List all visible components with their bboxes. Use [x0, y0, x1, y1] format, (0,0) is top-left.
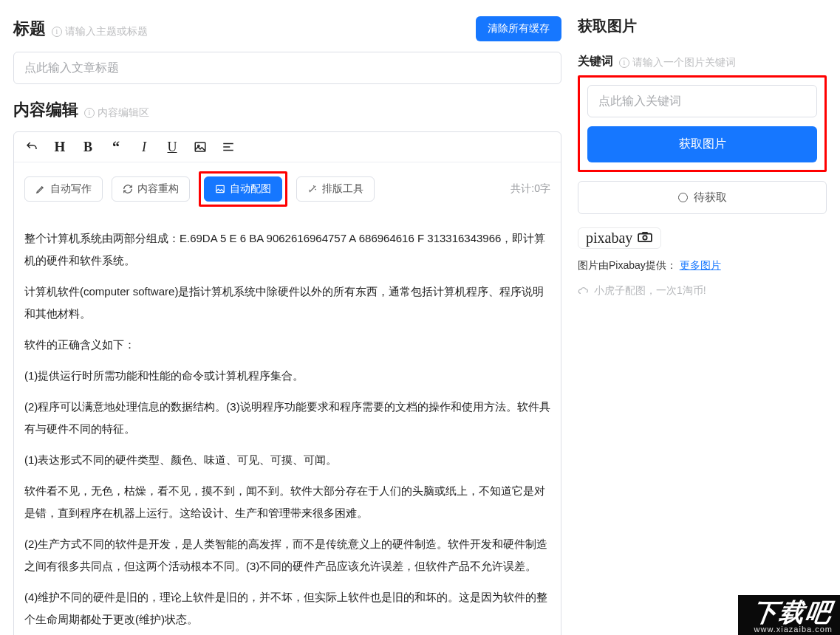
underline-icon[interactable]: U — [165, 140, 180, 154]
keyword-label-row: 关键词 i 请输入一个图片关键词 — [578, 54, 827, 69]
pending-button[interactable]: 待获取 — [578, 181, 827, 214]
sidebar-footer-hint: 小虎子配图，一次1淘币! — [578, 284, 827, 298]
editor-container: H B “ I U 自动写作 — [13, 131, 561, 635]
editor-section-header: 内容编辑 i 内容编辑区 — [13, 99, 561, 121]
image-credit: 图片由Pixabay提供： 更多图片 — [578, 259, 827, 272]
content-paragraph: (1)表达形式不同的硬件类型、颜色、味道、可见、可摸、可闻。 — [24, 449, 550, 471]
svg-point-7 — [643, 236, 647, 239]
content-restructure-button[interactable]: 内容重构 — [112, 176, 190, 202]
keyword-label: 关键词 — [578, 54, 613, 69]
keyword-highlight-frame: 获取图片 — [578, 75, 827, 172]
title-section-header: 标题 i 请输入主题或标题 清除所有缓存 — [13, 16, 561, 41]
auto-image-button[interactable]: 自动配图 — [204, 176, 282, 202]
svg-rect-6 — [638, 234, 652, 242]
format-toolbar: H B “ I U — [14, 132, 561, 162]
content-paragraph: 软件的正确含义如下： — [24, 334, 550, 356]
editor-hint: i 内容编辑区 — [84, 106, 149, 120]
content-paragraph: (2)生产方式不同的软件是开发，是人类智能的高发挥，而不是传统意义上的硬件制造。… — [24, 533, 550, 577]
image-icon[interactable] — [193, 140, 208, 154]
keyword-input[interactable] — [587, 85, 817, 117]
italic-icon[interactable]: I — [137, 140, 151, 154]
title-hint: i 请输入主题或标题 — [52, 25, 148, 38]
pixabay-badge: pixabay — [578, 227, 661, 249]
editor-content[interactable]: 整个计算机系统由两部分组成：E.69DA 5 E 6 BA 9062616964… — [14, 216, 561, 635]
info-icon: i — [84, 108, 95, 118]
content-paragraph: (1)提供运行时所需功能和性能的命令或计算机程序集合。 — [24, 365, 550, 387]
auto-image-highlight: 自动配图 — [199, 171, 287, 207]
content-paragraph: (4)维护不同的硬件是旧的，理论上软件是旧的，并不坏，但实际上软件也是旧的和坏的… — [24, 586, 550, 631]
circle-icon — [678, 193, 688, 202]
info-icon: i — [52, 27, 62, 37]
content-paragraph: 计算机软件(computer software)是指计算机系统中除硬件以外的所有… — [24, 281, 550, 325]
undo-icon[interactable] — [24, 140, 39, 154]
sidebar-heading: 获取图片 — [578, 16, 827, 36]
content-paragraph: 整个计算机系统由两部分组成：E.69DA 5 E 6 BA 9062616964… — [24, 227, 550, 272]
align-left-icon[interactable] — [221, 140, 236, 154]
more-images-link[interactable]: 更多图片 — [680, 259, 721, 271]
camera-icon — [637, 230, 653, 247]
content-paragraph: 软件看不见，无色，枯燥，看不见，摸不到，闻不到。软件大部分存在于人们的头脑或纸上… — [24, 480, 550, 524]
cloud-icon — [578, 286, 590, 296]
clear-cache-button[interactable]: 清除所有缓存 — [476, 16, 561, 41]
picture-icon — [215, 184, 225, 194]
article-title-input[interactable] — [13, 52, 561, 84]
layout-tool-button[interactable]: 排版工具 — [296, 176, 375, 202]
action-toolbar: 自动写作 内容重构 自动配图 — [14, 162, 561, 216]
auto-write-button[interactable]: 自动写作 — [24, 176, 103, 202]
word-count: 共计:0字 — [511, 182, 550, 196]
pencil-icon — [35, 184, 46, 194]
keyword-hint: i 请输入一个图片关键词 — [619, 56, 736, 69]
magic-icon — [307, 184, 318, 194]
quote-icon[interactable]: “ — [109, 140, 123, 154]
content-paragraph: (2)程序可以满意地处理信息的数据结构。(3)说明程序功能要求和程序需要的文档的… — [24, 396, 550, 440]
editor-heading: 内容编辑 — [13, 99, 78, 121]
bold-icon[interactable]: B — [81, 140, 95, 154]
title-heading: 标题 — [13, 18, 46, 40]
watermark-text: 下载吧 — [751, 600, 835, 625]
info-icon: i — [619, 58, 629, 68]
refresh-icon — [123, 184, 133, 194]
heading-icon[interactable]: H — [52, 140, 67, 154]
watermark: 下载吧 www.xiazaiba.com — [738, 595, 840, 635]
fetch-image-button[interactable]: 获取图片 — [587, 126, 817, 162]
